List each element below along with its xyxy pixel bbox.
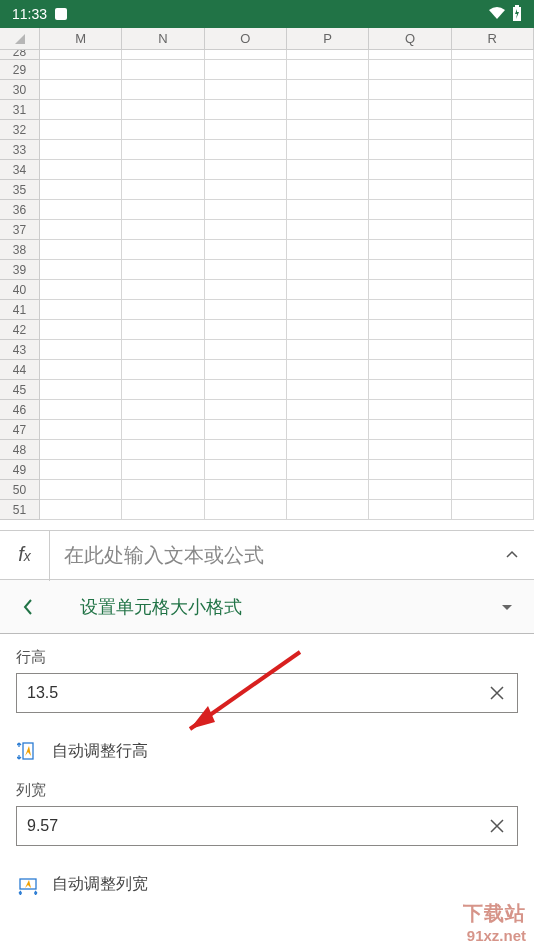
row-header[interactable]: 49 xyxy=(0,460,39,480)
cell[interactable] xyxy=(369,50,451,60)
cell[interactable] xyxy=(122,320,204,340)
row-header[interactable]: 40 xyxy=(0,280,39,300)
row-header[interactable]: 33 xyxy=(0,140,39,160)
cell[interactable] xyxy=(452,380,534,400)
cell[interactable] xyxy=(122,300,204,320)
cell[interactable] xyxy=(287,480,369,500)
cell[interactable] xyxy=(205,400,287,420)
cell[interactable] xyxy=(452,400,534,420)
row-header[interactable]: 29 xyxy=(0,60,39,80)
cell[interactable] xyxy=(205,320,287,340)
cell[interactable] xyxy=(205,500,287,520)
cell[interactable] xyxy=(287,50,369,60)
cell[interactable] xyxy=(122,420,204,440)
cell[interactable] xyxy=(287,320,369,340)
cell[interactable] xyxy=(452,300,534,320)
row-header[interactable]: 43 xyxy=(0,340,39,360)
cell[interactable] xyxy=(40,320,122,340)
cell[interactable] xyxy=(205,340,287,360)
cell[interactable] xyxy=(40,160,122,180)
col-width-input[interactable] xyxy=(17,817,477,835)
cell[interactable] xyxy=(122,60,204,80)
column-header[interactable]: R xyxy=(452,28,534,49)
cell[interactable] xyxy=(369,320,451,340)
cell[interactable] xyxy=(122,120,204,140)
cell[interactable] xyxy=(40,120,122,140)
cell[interactable] xyxy=(287,400,369,420)
cell[interactable] xyxy=(452,260,534,280)
cell[interactable] xyxy=(369,300,451,320)
cell[interactable] xyxy=(205,360,287,380)
cell[interactable] xyxy=(452,320,534,340)
cell[interactable] xyxy=(122,380,204,400)
cell[interactable] xyxy=(287,420,369,440)
cell[interactable] xyxy=(287,380,369,400)
cell[interactable] xyxy=(287,280,369,300)
row-header[interactable]: 30 xyxy=(0,80,39,100)
cell[interactable] xyxy=(369,80,451,100)
cell[interactable] xyxy=(122,460,204,480)
cell[interactable] xyxy=(40,180,122,200)
cell[interactable] xyxy=(369,160,451,180)
cell[interactable] xyxy=(205,260,287,280)
cell[interactable] xyxy=(122,160,204,180)
cell[interactable] xyxy=(452,440,534,460)
cell[interactable] xyxy=(205,80,287,100)
column-header[interactable]: N xyxy=(122,28,204,49)
cell[interactable] xyxy=(369,340,451,360)
cell[interactable] xyxy=(122,360,204,380)
cell[interactable] xyxy=(287,300,369,320)
cell[interactable] xyxy=(369,140,451,160)
column-header[interactable]: O xyxy=(205,28,287,49)
cell[interactable] xyxy=(122,260,204,280)
cell[interactable] xyxy=(287,120,369,140)
cell[interactable] xyxy=(40,280,122,300)
cell[interactable] xyxy=(40,60,122,80)
cell[interactable] xyxy=(122,140,204,160)
cell[interactable] xyxy=(452,140,534,160)
cell[interactable] xyxy=(205,60,287,80)
column-header[interactable]: Q xyxy=(369,28,451,49)
auto-fit-row-height-button[interactable]: 自动调整行高 xyxy=(16,731,518,781)
formula-expand-toggle[interactable] xyxy=(490,548,534,562)
cell[interactable] xyxy=(287,180,369,200)
cell[interactable] xyxy=(452,100,534,120)
cell[interactable] xyxy=(40,360,122,380)
cell[interactable] xyxy=(205,380,287,400)
cell[interactable] xyxy=(452,180,534,200)
row-header[interactable]: 50 xyxy=(0,480,39,500)
cell[interactable] xyxy=(205,160,287,180)
row-header[interactable]: 45 xyxy=(0,380,39,400)
cell[interactable] xyxy=(287,140,369,160)
row-header[interactable]: 37 xyxy=(0,220,39,240)
column-header[interactable]: P xyxy=(287,28,369,49)
cell[interactable] xyxy=(369,480,451,500)
cell[interactable] xyxy=(40,300,122,320)
cell[interactable] xyxy=(205,420,287,440)
cell[interactable] xyxy=(369,240,451,260)
row-height-input[interactable] xyxy=(17,684,477,702)
cell[interactable] xyxy=(40,480,122,500)
row-headers[interactable]: 2829303132333435363738394041424344454647… xyxy=(0,50,40,520)
cell[interactable] xyxy=(122,340,204,360)
cell[interactable] xyxy=(287,460,369,480)
cell[interactable] xyxy=(205,200,287,220)
cell[interactable] xyxy=(122,440,204,460)
cells-area[interactable] xyxy=(40,50,534,530)
cell[interactable] xyxy=(287,240,369,260)
cell[interactable] xyxy=(122,80,204,100)
cell[interactable] xyxy=(205,300,287,320)
cell[interactable] xyxy=(452,120,534,140)
cell[interactable] xyxy=(40,100,122,120)
formula-input[interactable] xyxy=(50,544,490,567)
cell[interactable] xyxy=(452,240,534,260)
cell[interactable] xyxy=(369,60,451,80)
cell[interactable] xyxy=(369,440,451,460)
cell[interactable] xyxy=(369,260,451,280)
cell[interactable] xyxy=(40,460,122,480)
cell[interactable] xyxy=(452,360,534,380)
cell[interactable] xyxy=(40,220,122,240)
cell[interactable] xyxy=(287,100,369,120)
cell[interactable] xyxy=(122,280,204,300)
row-header[interactable]: 36 xyxy=(0,200,39,220)
